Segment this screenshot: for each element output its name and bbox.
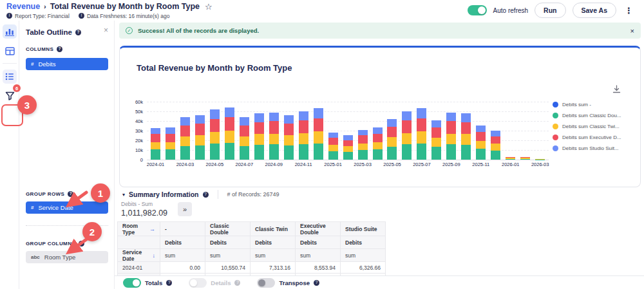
help-icon[interactable]: ? (203, 192, 209, 198)
help-icon[interactable]: ? (166, 280, 172, 286)
chart-title: Total Revenue by Month by Room Type (137, 63, 292, 73)
x-tick-label: 2024-09 (265, 162, 283, 167)
metric-label: Debits - Sum (121, 201, 167, 207)
collapse-caret-icon[interactable]: ▾ (122, 192, 125, 198)
legend-item[interactable]: Debits sum Classic Dou... (553, 113, 635, 118)
bar-segment (431, 127, 441, 138)
bar-segment (343, 135, 353, 140)
main-content: ✓ Success! All of the records are displa… (115, 21, 644, 289)
chart-view-button[interactable] (3, 24, 17, 39)
summary-header: ▾ Summary Information ? # of Records: 26… (122, 190, 279, 199)
stacked-bar (387, 119, 397, 160)
bar-segment (166, 134, 175, 142)
help-icon[interactable]: ? (57, 46, 62, 52)
legend-item[interactable]: Debits sum Classic Twi... (553, 124, 635, 129)
bar-segment (195, 115, 205, 124)
panel-title: Table Outline (26, 28, 72, 36)
bar-slot (399, 102, 414, 160)
pivot-right-icon: → (149, 226, 155, 232)
bar-segment (387, 137, 397, 147)
toggle-knob (478, 6, 486, 14)
x-tick-label: 2025-11 (472, 162, 489, 167)
outline-list-button[interactable] (3, 70, 17, 84)
bar-segment (491, 136, 500, 144)
numeric-type-icon: # (31, 61, 33, 67)
help-icon[interactable]: ? (314, 280, 319, 286)
bar-segment (180, 136, 190, 146)
bar-segment (151, 128, 160, 134)
legend-label: Debits sum Executive D... (562, 135, 621, 140)
stacked-bar (417, 108, 426, 160)
bar-segment (387, 147, 397, 160)
info-icon[interactable]: i (6, 13, 12, 19)
legend-item[interactable]: Debits sum Executive D... (553, 135, 635, 140)
columns-chip-debits[interactable]: # Debits (26, 58, 108, 70)
help-icon[interactable]: ? (234, 280, 240, 286)
column-header: Classic Twin (251, 222, 296, 236)
bar-segment (343, 146, 353, 152)
banner-close-icon[interactable]: × (630, 27, 634, 35)
bar-slot: 2025-11 (473, 102, 488, 160)
bar-slot: 2025-05 (385, 102, 400, 160)
details-switch[interactable] (189, 278, 207, 288)
measure-header: Debits (205, 236, 251, 249)
bar-segment (284, 115, 294, 124)
bar-slot: 2025-03 (355, 102, 370, 160)
summary-title[interactable]: Summary Information (129, 191, 199, 198)
legend-dot-icon (553, 102, 558, 107)
bar-segment (299, 133, 308, 144)
panel-close-icon[interactable]: × (104, 26, 108, 35)
stacked-bar (195, 115, 205, 160)
bar-segment (491, 151, 500, 160)
bar-segment (328, 151, 338, 160)
bar-slot (193, 102, 207, 160)
table-corner-room-type[interactable]: Room Type→ (118, 222, 160, 236)
kebab-menu-icon[interactable]: ⋮ (623, 6, 635, 15)
auto-refresh-toggle[interactable] (468, 5, 487, 15)
x-tick-label: 2026-01 (502, 162, 520, 167)
breadcrumb-link-revenue[interactable]: Revenue (6, 2, 40, 11)
legend-dot-icon (553, 124, 558, 129)
expand-summary-button[interactable]: » (178, 202, 192, 216)
totals-switch[interactable] (123, 278, 141, 288)
bar-segment (240, 117, 249, 126)
text-type-icon: abc (31, 254, 40, 260)
favorite-star-icon[interactable]: ☆ (205, 2, 213, 12)
toggle-knob (258, 279, 265, 286)
stacked-bar (446, 113, 456, 160)
bar-segment (269, 121, 279, 133)
legend-item[interactable]: Debits sum - (553, 102, 635, 107)
save-as-button[interactable]: Save As (573, 3, 616, 18)
bar-segment (446, 113, 456, 122)
bar-segment (461, 145, 471, 160)
bar-segment (269, 144, 279, 160)
rail-divider (3, 63, 17, 64)
bar-slot: 2024-01 (148, 102, 163, 160)
toggle-label: Totals (145, 279, 162, 286)
bar-slot (311, 102, 326, 160)
run-button[interactable]: Run (535, 3, 565, 18)
bar-segment (402, 111, 412, 120)
transpose-switch[interactable] (257, 278, 275, 288)
value-cell: 0.00 (160, 262, 205, 274)
legend-item[interactable]: Debits sum Studio Suit... (553, 145, 635, 151)
measure-header: Debits (251, 236, 296, 249)
toggle-transpose: Transpose? (257, 278, 319, 288)
y-tick-label: 10k (135, 147, 143, 153)
bar-segment (446, 121, 456, 133)
info-icon[interactable]: i (79, 13, 84, 19)
bar-slot (488, 102, 503, 160)
chart-download-button[interactable] (612, 85, 621, 95)
bar-slot: 2024-05 (207, 102, 222, 160)
table-view-button[interactable] (3, 44, 17, 58)
success-banner: ✓ Success! All of the records are displa… (119, 23, 641, 39)
help-icon[interactable]: ? (75, 30, 81, 35)
stacked-bar (520, 157, 530, 160)
row-axis-service-date[interactable]: Service Date↓ (118, 249, 160, 262)
bar-segment (210, 109, 220, 119)
bar-slot: 2026-03 (533, 102, 547, 160)
y-axis: 60k50k40k30k20k10k0 (128, 102, 147, 174)
toggle-details: Details? (189, 278, 240, 288)
breadcrumb-separator: › (44, 3, 46, 10)
bar-segment (461, 134, 471, 145)
